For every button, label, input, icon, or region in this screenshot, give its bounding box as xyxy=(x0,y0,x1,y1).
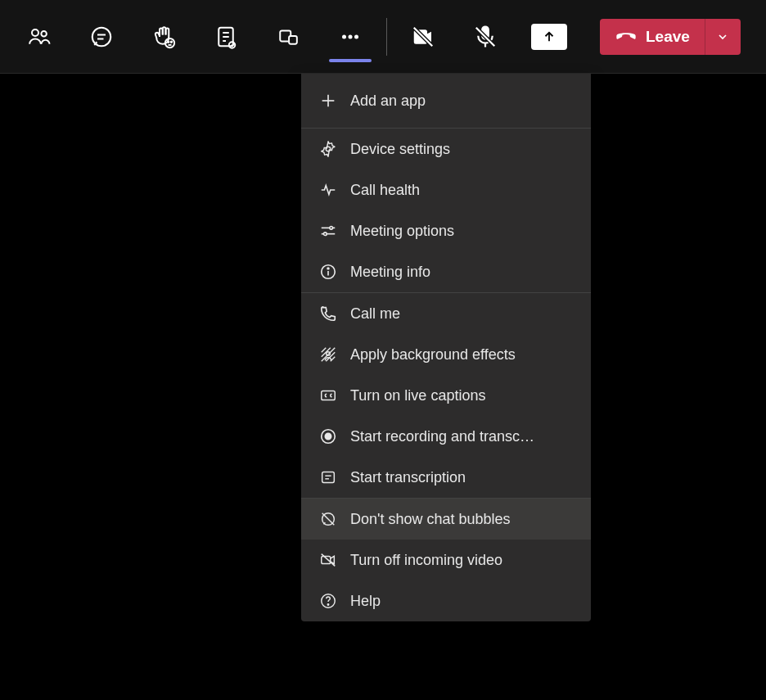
people-icon xyxy=(27,25,52,49)
people-button[interactable] xyxy=(8,0,70,74)
menu-item-live-captions[interactable]: Turn on live captions xyxy=(301,375,591,416)
svg-point-7 xyxy=(171,41,173,43)
chat-off-icon xyxy=(319,510,337,528)
menu-label: Add an app xyxy=(350,93,426,110)
gear-icon xyxy=(319,140,337,158)
menu-item-background-effects[interactable]: Apply background effects xyxy=(301,334,591,375)
svg-point-33 xyxy=(327,268,329,269)
svg-point-15 xyxy=(342,34,346,38)
menu-label: Meeting info xyxy=(350,264,430,281)
leave-label: Leave xyxy=(646,28,690,46)
info-icon xyxy=(319,263,337,281)
plus-icon xyxy=(319,92,337,110)
svg-point-16 xyxy=(349,34,353,38)
menu-item-device-settings[interactable]: Device settings xyxy=(301,129,591,169)
chat-icon xyxy=(89,25,114,49)
cc-icon xyxy=(319,386,337,404)
rooms-icon xyxy=(277,26,299,47)
share-up-icon xyxy=(542,29,556,44)
svg-point-1 xyxy=(41,31,47,37)
mic-off-icon xyxy=(473,25,498,49)
menu-label: Call me xyxy=(350,305,400,323)
pulse-icon xyxy=(319,181,337,199)
help-icon xyxy=(319,592,337,610)
leave-button[interactable]: Leave xyxy=(600,19,705,55)
record-icon xyxy=(319,427,337,445)
menu-label: Help xyxy=(350,593,381,610)
share-button[interactable] xyxy=(531,24,567,50)
reactions-icon xyxy=(151,25,176,49)
menu-label: Turn off incoming video xyxy=(350,552,502,569)
notes-button[interactable] xyxy=(195,0,257,74)
svg-rect-43 xyxy=(322,472,335,483)
active-indicator xyxy=(329,59,372,62)
svg-point-17 xyxy=(354,34,358,38)
menu-item-call-health[interactable]: Call health xyxy=(301,169,591,210)
menu-label: Start transcription xyxy=(350,469,466,486)
menu-item-start-recording[interactable]: Start recording and transc… xyxy=(301,416,591,457)
menu-label: Don't show chat bubbles xyxy=(350,511,511,528)
menu-label: Call health xyxy=(350,182,420,199)
svg-point-42 xyxy=(325,433,331,439)
menu-item-add-app[interactable]: Add an app xyxy=(301,74,591,128)
leave-dropdown-button[interactable] xyxy=(705,19,741,55)
menu-label: Device settings xyxy=(350,141,450,158)
menu-label: Apply background effects xyxy=(350,346,516,364)
sliders-icon xyxy=(319,222,337,240)
hangup-icon xyxy=(615,25,638,48)
svg-point-0 xyxy=(32,29,38,36)
reactions-button[interactable] xyxy=(133,0,195,74)
background-icon xyxy=(319,345,337,364)
menu-item-start-transcription[interactable]: Start transcription xyxy=(301,457,591,498)
svg-point-6 xyxy=(168,41,169,43)
chat-button[interactable] xyxy=(70,0,133,74)
transcript-icon xyxy=(319,468,337,486)
chevron-down-icon xyxy=(716,30,729,43)
menu-item-call-me[interactable]: Call me xyxy=(301,293,591,334)
leave-group: Leave xyxy=(600,19,741,55)
menu-label: Meeting options xyxy=(350,223,454,240)
svg-rect-40 xyxy=(322,391,336,400)
meeting-toolbar: Leave xyxy=(0,0,766,74)
camera-button[interactable] xyxy=(392,0,454,74)
camera-off-icon xyxy=(411,25,435,49)
rooms-button[interactable] xyxy=(257,0,319,74)
menu-item-help[interactable]: Help xyxy=(301,580,591,621)
svg-rect-14 xyxy=(289,35,297,43)
svg-line-34 xyxy=(322,348,327,353)
menu-item-incoming-video-off[interactable]: Turn off incoming video xyxy=(301,540,591,580)
phone-icon xyxy=(319,305,337,323)
svg-point-30 xyxy=(324,233,327,236)
video-off-icon xyxy=(319,551,337,569)
menu-item-chat-bubbles[interactable]: Don't show chat bubbles xyxy=(301,499,591,540)
mic-button[interactable] xyxy=(454,0,516,74)
menu-label: Turn on live captions xyxy=(350,387,485,404)
menu-item-meeting-options[interactable]: Meeting options xyxy=(301,210,591,251)
menu-label: Start recording and transc… xyxy=(350,428,534,445)
more-button[interactable] xyxy=(319,0,381,74)
svg-point-51 xyxy=(327,604,328,605)
menu-item-meeting-info[interactable]: Meeting info xyxy=(301,251,591,292)
svg-point-28 xyxy=(330,227,333,230)
more-icon xyxy=(338,25,363,49)
more-actions-menu: Add an app Device settings Call health M… xyxy=(301,74,591,621)
toolbar-divider xyxy=(386,18,387,56)
notes-icon xyxy=(214,25,238,49)
